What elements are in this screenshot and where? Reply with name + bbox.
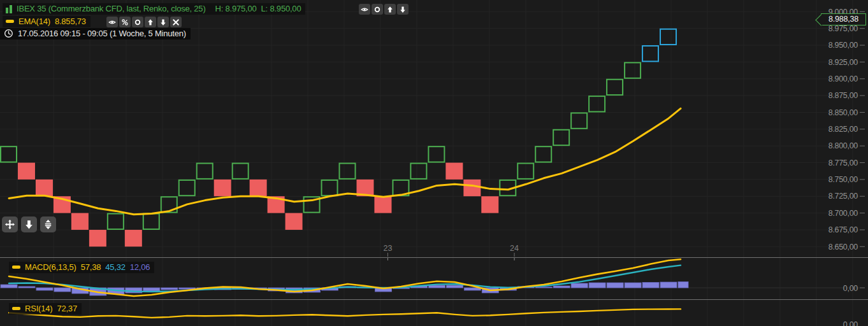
macd-histogram-bar bbox=[642, 283, 659, 288]
renko-brick-up bbox=[143, 214, 159, 229]
current-price-badge: 8.988,38 bbox=[821, 13, 866, 25]
timestamp-label: 17.05.2016 09:15 - 09:05 (1 Woche, 5 Min… bbox=[18, 29, 186, 38]
symbol-header-row: IBEX 35 (Commerzbank CFD, last, Renko, c… bbox=[3, 3, 305, 15]
x-axis-label: 23 bbox=[383, 244, 392, 253]
renko-brick-down bbox=[125, 230, 142, 246]
renko-brick-up bbox=[625, 62, 640, 78]
arrow-down-button[interactable] bbox=[21, 216, 37, 232]
renko-brick-down bbox=[481, 196, 498, 213]
macd-histogram-bar bbox=[428, 285, 445, 288]
session-low: L: 8.950,00 bbox=[261, 4, 301, 13]
price-axis-label: 8.875,00 bbox=[828, 91, 858, 100]
renko-brick-up bbox=[553, 130, 569, 145]
macd-histogram-bar bbox=[535, 287, 552, 288]
macd-histogram-bar bbox=[36, 288, 53, 290]
arrow-up-icon[interactable] bbox=[145, 17, 156, 27]
renko-brick-down bbox=[463, 180, 481, 196]
macd-histogram-bar bbox=[446, 285, 463, 288]
renko-brick-up bbox=[428, 146, 444, 162]
rsi-value: 72,37 bbox=[57, 304, 77, 313]
macd-histogram-bar bbox=[589, 283, 605, 288]
ema-icon-toolbar bbox=[106, 17, 182, 27]
ema-label: EMA(14) bbox=[18, 17, 50, 26]
macd-histogram-bar bbox=[18, 287, 35, 288]
chart-canvas[interactable]: 9.000,008.975,008.950,008.925,008.900,00… bbox=[0, 0, 868, 326]
percent-icon[interactable] bbox=[119, 17, 131, 27]
renko-brick-up bbox=[179, 180, 195, 195]
price-axis-label: 8.675,00 bbox=[828, 225, 858, 234]
current-price-value: 8.988,38 bbox=[828, 15, 858, 24]
price-axis-label: 8.925,00 bbox=[828, 58, 858, 67]
rsi-header-row: RSI(14) 72,37 bbox=[9, 303, 82, 315]
renko-brick-down bbox=[250, 180, 267, 196]
macd-histogram-bar bbox=[678, 282, 688, 288]
renko-brick-up bbox=[108, 214, 124, 229]
renko-brick-up bbox=[322, 180, 338, 195]
circle-icon[interactable] bbox=[372, 4, 383, 15]
price-axis-label: 8.800,00 bbox=[828, 141, 858, 150]
macd-histogram-bar bbox=[54, 288, 71, 292]
time-header-row: 17.05.2016 09:15 - 09:05 (1 Woche, 5 Min… bbox=[0, 28, 191, 39]
macd-histogram-bar bbox=[571, 283, 588, 288]
macd-histogram-bar bbox=[607, 283, 623, 288]
arrow-down-icon[interactable] bbox=[397, 4, 409, 15]
line-swatch-icon bbox=[12, 266, 20, 269]
macd-value: 57,38 bbox=[81, 262, 101, 272]
clock-icon bbox=[4, 29, 13, 38]
renko-brick-up bbox=[340, 164, 356, 179]
renko-brick-down bbox=[286, 213, 303, 230]
expand-vertical-button[interactable] bbox=[40, 216, 56, 232]
price-axis-label: 8.775,00 bbox=[828, 159, 858, 167]
renko-brick-up bbox=[589, 96, 605, 111]
price-axis-label: 8.700,00 bbox=[828, 209, 858, 218]
x-axis-label: 24 bbox=[510, 244, 519, 253]
renko-brick-current bbox=[642, 46, 658, 61]
price-axis-label: 8.650,00 bbox=[828, 243, 858, 252]
price-axis-label: 8.850,00 bbox=[828, 108, 858, 117]
renko-brick-up bbox=[607, 80, 623, 95]
renko-brick-down bbox=[89, 230, 106, 246]
price-axis-label: 8.950,00 bbox=[828, 41, 858, 50]
rsi-axis-label: 0,00 bbox=[843, 320, 858, 326]
price-axis-label: 8.825,00 bbox=[828, 125, 858, 134]
price-axis-label: 8.900,00 bbox=[828, 74, 858, 83]
macd-zero-label: 0,00 bbox=[843, 284, 858, 293]
arrow-down-icon[interactable] bbox=[157, 17, 169, 27]
line-swatch-icon bbox=[12, 307, 20, 310]
price-axis-label: 8.750,00 bbox=[828, 175, 858, 184]
eye-icon[interactable] bbox=[359, 4, 370, 15]
renko-brick-down bbox=[214, 180, 231, 196]
macd-histogram-bar bbox=[1, 285, 17, 288]
symbol-icon-toolbar bbox=[359, 4, 409, 15]
circle-icon[interactable] bbox=[132, 17, 143, 27]
ema-value: 8.855,73 bbox=[55, 17, 86, 26]
renko-brick-up bbox=[535, 146, 551, 162]
rsi-line bbox=[9, 309, 681, 318]
chart-window: 9.000,008.975,008.950,008.925,008.900,00… bbox=[0, 0, 868, 326]
arrow-up-icon[interactable] bbox=[384, 4, 396, 15]
rsi-label: RSI(14) bbox=[25, 304, 52, 313]
symbol-title: IBEX 35 (Commerzbank CFD, last, Renko, c… bbox=[17, 4, 206, 13]
renko-brick-down bbox=[374, 196, 391, 213]
macd-histogram-bar bbox=[553, 286, 570, 288]
session-high: H: 8.975,00 bbox=[215, 4, 257, 13]
renko-brick-up bbox=[1, 146, 17, 162]
renko-brick-up bbox=[410, 164, 426, 179]
eye-icon[interactable] bbox=[106, 17, 118, 27]
macd-histogram-bar bbox=[625, 283, 641, 288]
macd-histogram-bar bbox=[161, 288, 178, 290]
macd-signal-value: 45,32 bbox=[105, 262, 126, 272]
close-icon[interactable] bbox=[170, 17, 182, 27]
move-button[interactable] bbox=[2, 216, 18, 232]
ema-line bbox=[9, 108, 681, 214]
renko-brick-down bbox=[445, 163, 463, 180]
renko-brick-up bbox=[233, 164, 249, 179]
renko-brick-up bbox=[571, 113, 587, 128]
renko-brick-down bbox=[71, 213, 89, 230]
candlestick-icon bbox=[6, 4, 12, 13]
line-swatch-icon bbox=[6, 20, 14, 23]
macd-histogram-bar bbox=[143, 288, 160, 291]
macd-header-row: MACD(6,13,5) 57,38 45,32 12,06 bbox=[9, 262, 154, 273]
renko-brick-current bbox=[660, 29, 676, 45]
macd-histogram-bar bbox=[660, 282, 677, 288]
